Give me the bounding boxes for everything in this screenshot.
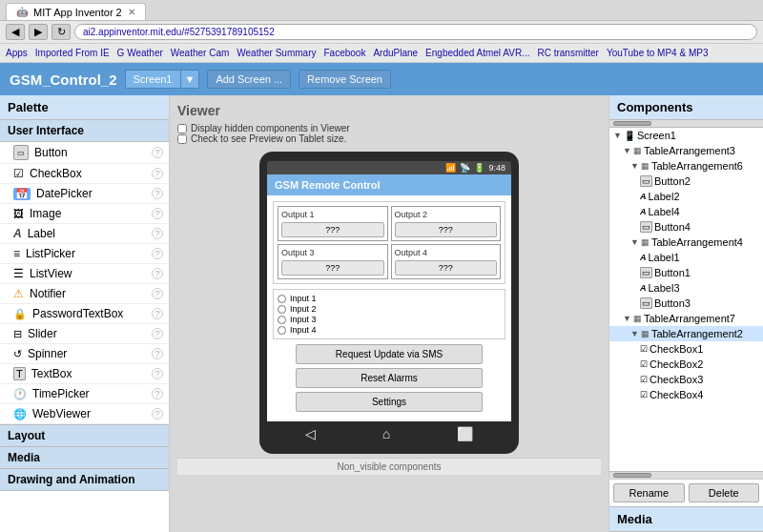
- palette-section-drawing[interactable]: Drawing and Animation: [0, 469, 169, 491]
- comp-checkbox3[interactable]: ☑ CheckBox3: [609, 372, 763, 387]
- datepicker-help-icon[interactable]: ?: [152, 188, 163, 199]
- comp-label4[interactable]: A Label4: [609, 204, 763, 219]
- palette-item-checkbox[interactable]: ☑ CheckBox ?: [0, 164, 169, 184]
- browser-tab[interactable]: 🤖 MIT App Inventor 2 ✕: [6, 3, 146, 20]
- reset-alarms-button[interactable]: Reset Alarms: [296, 368, 482, 388]
- label3-name: Label3: [649, 282, 680, 294]
- comp-tablearrangement7[interactable]: ▼ ▦ TableArrangement7: [609, 311, 763, 326]
- screen1-toggle-icon: ▼: [613, 131, 622, 140]
- webviewer-help-icon[interactable]: ?: [152, 408, 163, 419]
- bookmark-arduplane[interactable]: ArduPlane: [373, 48, 418, 58]
- display-hidden-checkbox[interactable]: [177, 124, 187, 133]
- bookmark-imported[interactable]: Imported From IE: [35, 48, 110, 58]
- checkbox-help-icon[interactable]: ?: [152, 168, 163, 179]
- palette-item-datepicker[interactable]: 📅 DatePicker ?: [0, 184, 169, 204]
- palette-item-button[interactable]: ▭ Button ?: [0, 142, 169, 164]
- screen1-dropdown-button[interactable]: ▼: [181, 70, 200, 89]
- tab-close-icon[interactable]: ✕: [128, 7, 135, 17]
- timepicker-help-icon[interactable]: ?: [152, 388, 163, 399]
- battery-icon: 🔋: [474, 163, 485, 173]
- passwordtextbox-help-icon[interactable]: ?: [152, 308, 163, 319]
- comp-label2[interactable]: A Label2: [609, 189, 763, 204]
- bookmark-weathersummary[interactable]: Weather Summary: [237, 48, 316, 58]
- components-scrollbar-bottom[interactable]: [609, 471, 763, 479]
- comp-button4[interactable]: ▭ Button4: [609, 219, 763, 235]
- input2-radio[interactable]: [278, 305, 286, 314]
- bookmark-weathercam[interactable]: Weather Cam: [171, 48, 230, 58]
- label4-icon: A: [640, 207, 647, 216]
- comp-checkbox1[interactable]: ☑ CheckBox1: [609, 341, 763, 357]
- address-bar[interactable]: ai2.appinventor.mit.edu/#527539178910515…: [74, 24, 757, 40]
- input4-radio[interactable]: [278, 326, 286, 335]
- bookmark-atmel[interactable]: Engbedded Atmel AVR...: [425, 48, 529, 58]
- output2-button[interactable]: ???: [395, 222, 498, 237]
- component-tree: ▼ 📱 Screen1 ▼ ▦ TableArrangement3 ▼ ▦ Ta…: [609, 128, 763, 471]
- delete-button[interactable]: Delete: [689, 483, 760, 502]
- output4-button[interactable]: ???: [395, 260, 498, 276]
- add-screen-button[interactable]: Add Screen ...: [207, 70, 291, 89]
- palette-item-textbox[interactable]: T TextBox ?: [0, 364, 169, 384]
- scrollbar-bottom-thumb[interactable]: [613, 473, 651, 478]
- spinner-help-icon[interactable]: ?: [152, 348, 163, 359]
- comp-tablearrangement2[interactable]: ▼ ▦ TableArrangement2: [609, 326, 763, 341]
- comp-button3[interactable]: ▭ Button3: [609, 296, 763, 311]
- tablet-preview-checkbox[interactable]: [177, 134, 187, 144]
- palette-section-media[interactable]: Media: [0, 447, 169, 469]
- request-update-button[interactable]: Request Update via SMS: [296, 344, 482, 364]
- bookmark-youtube[interactable]: YouTube to MP4 & MP3: [607, 48, 709, 58]
- rename-button[interactable]: Rename: [613, 483, 685, 502]
- palette-item-image[interactable]: 🖼 Image ?: [0, 204, 169, 224]
- comp-screen1[interactable]: ▼ 📱 Screen1: [609, 128, 763, 143]
- forward-button[interactable]: ▶: [29, 24, 48, 40]
- palette-item-spinner[interactable]: ↺ Spinner ?: [0, 344, 169, 364]
- label-icon: A: [13, 227, 22, 240]
- input1-radio[interactable]: [278, 295, 286, 303]
- textbox-help-icon[interactable]: ?: [152, 368, 163, 379]
- comp-tablearrangement6[interactable]: ▼ ▦ TableArrangement6: [609, 158, 763, 174]
- palette-item-label[interactable]: A Label ?: [0, 224, 169, 244]
- output3-button[interactable]: ???: [281, 260, 384, 276]
- palette-item-slider[interactable]: ⊟ Slider ?: [0, 324, 169, 344]
- comp-tablearrangement4[interactable]: ▼ ▦ TableArrangement4: [609, 235, 763, 250]
- palette-item-timepicker[interactable]: 🕐 TimePicker ?: [0, 384, 169, 404]
- comp-tablearrangement3[interactable]: ▼ ▦ TableArrangement3: [609, 143, 763, 158]
- bookmark-weather[interactable]: G Weather: [117, 48, 163, 58]
- input3-radio[interactable]: [278, 316, 286, 324]
- palette-item-listpicker[interactable]: ≡ ListPicker ?: [0, 244, 169, 264]
- bookmark-rc[interactable]: RC transmitter: [537, 48, 598, 58]
- comp-checkbox2[interactable]: ☑ CheckBox2: [609, 357, 763, 372]
- comp-checkbox4[interactable]: ☑ CheckBox4: [609, 387, 763, 402]
- bookmark-apps[interactable]: Apps: [6, 48, 28, 58]
- recent-nav-icon[interactable]: ⬜: [457, 426, 473, 441]
- notifier-help-icon[interactable]: ?: [152, 288, 163, 299]
- input4-item: Input 4: [278, 325, 501, 335]
- back-button[interactable]: ◀: [6, 24, 25, 40]
- home-nav-icon[interactable]: ⌂: [382, 426, 390, 441]
- palette-item-notifier[interactable]: ⚠ Notifier ?: [0, 284, 169, 304]
- palette-item-webviewer[interactable]: 🌐 WebViewer ?: [0, 404, 169, 424]
- button-help-icon[interactable]: ?: [152, 147, 163, 158]
- comp-button1[interactable]: ▭ Button1: [609, 265, 763, 280]
- bookmark-facebook[interactable]: Facebook: [323, 48, 365, 58]
- checkbox2-name: CheckBox2: [650, 358, 703, 370]
- settings-button[interactable]: Settings: [296, 392, 482, 412]
- palette-section-layout[interactable]: Layout: [0, 424, 169, 447]
- slider-help-icon[interactable]: ?: [152, 328, 163, 339]
- comp-label1[interactable]: A Label1: [609, 250, 763, 265]
- listpicker-help-icon[interactable]: ?: [152, 248, 163, 259]
- screen1-button[interactable]: Screen1: [125, 70, 181, 89]
- comp-button2[interactable]: ▭ Button2: [609, 174, 763, 189]
- comp-label3[interactable]: A Label3: [609, 280, 763, 296]
- reload-button[interactable]: ↻: [52, 24, 71, 40]
- remove-screen-button[interactable]: Remove Screen: [299, 70, 391, 89]
- listview-help-icon[interactable]: ?: [152, 268, 163, 279]
- components-scrollbar-top[interactable]: [609, 120, 763, 128]
- scrollbar-thumb[interactable]: [613, 121, 651, 126]
- back-nav-icon[interactable]: ◁: [305, 426, 316, 441]
- image-help-icon[interactable]: ?: [152, 208, 163, 219]
- palette-item-passwordtextbox[interactable]: 🔒 PasswordTextBox ?: [0, 304, 169, 324]
- output1-button[interactable]: ???: [281, 222, 384, 237]
- input2-label: Input 2: [290, 304, 317, 314]
- palette-item-listview[interactable]: ☰ ListView ?: [0, 264, 169, 284]
- label-help-icon[interactable]: ?: [152, 228, 163, 239]
